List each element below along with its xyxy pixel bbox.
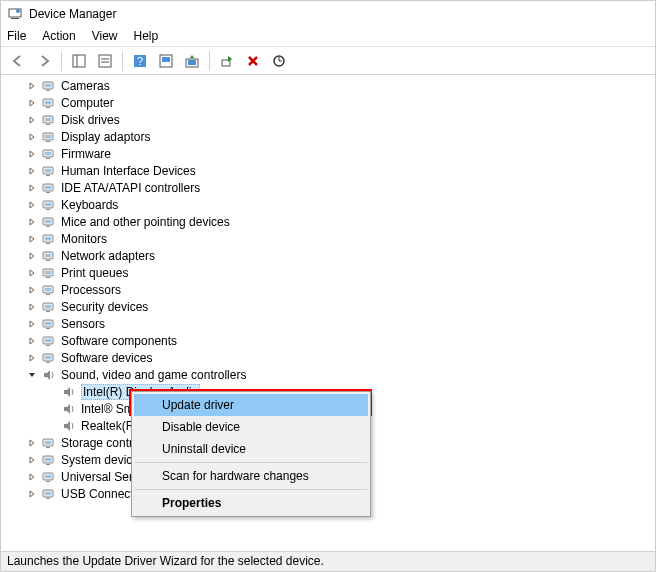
tree-node[interactable]: Sound, video and game controllers [1, 366, 655, 383]
expand-arrow-icon[interactable] [25, 96, 39, 110]
svg-rect-57 [46, 311, 50, 312]
expand-arrow-icon[interactable] [25, 300, 39, 314]
svg-rect-17 [45, 84, 51, 87]
toolbar-enable[interactable] [216, 50, 238, 72]
collapse-arrow-icon[interactable] [25, 368, 39, 382]
menu-help[interactable]: Help [134, 29, 159, 44]
toolbar: ? [1, 47, 655, 75]
expand-arrow-icon[interactable] [25, 79, 39, 93]
statusbar: Launches the Update Driver Wizard for th… [1, 551, 655, 571]
tree-node[interactable]: Cameras [1, 77, 655, 94]
expand-arrow-icon[interactable] [25, 266, 39, 280]
tree-node-label: Computer [61, 96, 114, 110]
software-icon [41, 350, 57, 366]
tree-node[interactable]: Processors [1, 281, 655, 298]
mouse-icon [41, 214, 57, 230]
svg-rect-5 [99, 55, 111, 67]
expand-arrow-icon[interactable] [25, 487, 39, 501]
svg-rect-62 [45, 339, 51, 342]
tree-node[interactable]: Disk drives [1, 111, 655, 128]
tree-node[interactable]: Mice and other pointing devices [1, 213, 655, 230]
toolbar-show-hide-tree[interactable] [68, 50, 90, 72]
security-icon [41, 299, 57, 315]
toolbar-scan-hardware[interactable] [268, 50, 290, 72]
menu-file[interactable]: File [7, 29, 26, 44]
toolbar-back[interactable] [7, 50, 29, 72]
svg-rect-13 [188, 60, 196, 65]
toolbar-help[interactable]: ? [129, 50, 151, 72]
toolbar-separator [209, 51, 210, 71]
tree-node[interactable]: Computer [1, 94, 655, 111]
context-scan-hardware[interactable]: Scan for hardware changes [134, 465, 368, 487]
svg-rect-35 [45, 186, 51, 189]
context-disable-device[interactable]: Disable device [134, 416, 368, 438]
expand-arrow-icon[interactable] [25, 232, 39, 246]
svg-rect-21 [46, 107, 50, 108]
menu-action[interactable]: Action [42, 29, 75, 44]
svg-rect-48 [46, 260, 50, 261]
context-update-driver[interactable]: Update driver [134, 394, 368, 416]
svg-rect-59 [45, 322, 51, 325]
svg-rect-20 [45, 101, 51, 104]
svg-rect-51 [46, 277, 50, 278]
tree-node[interactable]: Print queues [1, 264, 655, 281]
keyboard-icon [41, 197, 57, 213]
tree-node[interactable]: Software components [1, 332, 655, 349]
expand-arrow-icon[interactable] [25, 334, 39, 348]
svg-rect-66 [46, 362, 50, 363]
svg-rect-27 [46, 141, 50, 142]
device-tree[interactable]: CamerasComputerDisk drivesDisplay adapto… [1, 75, 655, 551]
expand-arrow-icon[interactable] [25, 113, 39, 127]
tree-node-label: Display adaptors [61, 130, 150, 144]
svg-rect-54 [46, 294, 50, 295]
expand-arrow-icon[interactable] [25, 198, 39, 212]
storage-icon [41, 435, 57, 451]
tree-node-label: Monitors [61, 232, 107, 246]
usb-icon [41, 486, 57, 502]
expand-arrow-icon[interactable] [25, 249, 39, 263]
expand-arrow-icon[interactable] [25, 470, 39, 484]
toolbar-update-driver[interactable] [181, 50, 203, 72]
expand-arrow-icon[interactable] [25, 436, 39, 450]
svg-rect-29 [45, 152, 51, 155]
expand-arrow-icon[interactable] [25, 164, 39, 178]
toolbar-scan[interactable] [155, 50, 177, 72]
expand-arrow-icon[interactable] [25, 283, 39, 297]
tree-node[interactable]: Keyboards [1, 196, 655, 213]
tree-node-label: Network adapters [61, 249, 155, 263]
expand-arrow-icon[interactable] [25, 215, 39, 229]
toolbar-properties[interactable] [94, 50, 116, 72]
svg-rect-30 [46, 158, 50, 159]
tree-node-label: Print queues [61, 266, 128, 280]
tree-node[interactable]: Display adaptors [1, 128, 655, 145]
tree-node[interactable]: Monitors [1, 230, 655, 247]
context-menu: Update driver Disable device Uninstall d… [131, 391, 371, 517]
svg-rect-44 [45, 237, 51, 240]
toolbar-forward[interactable] [33, 50, 55, 72]
tree-node[interactable]: Sensors [1, 315, 655, 332]
context-uninstall-device[interactable]: Uninstall device [134, 438, 368, 460]
ide-icon [41, 180, 57, 196]
expand-arrow-icon[interactable] [25, 317, 39, 331]
camera-icon [41, 78, 57, 94]
tree-node-label: Human Interface Devices [61, 164, 196, 178]
cpu-icon [41, 282, 57, 298]
context-properties[interactable]: Properties [134, 492, 368, 514]
menu-view[interactable]: View [92, 29, 118, 44]
tree-node[interactable]: Security devices [1, 298, 655, 315]
svg-rect-32 [45, 169, 51, 172]
expand-arrow-icon[interactable] [25, 351, 39, 365]
tree-node[interactable]: Network adapters [1, 247, 655, 264]
expand-arrow-icon[interactable] [25, 147, 39, 161]
toolbar-uninstall[interactable] [242, 50, 264, 72]
tree-node[interactable]: Human Interface Devices [1, 162, 655, 179]
expand-arrow-icon[interactable] [25, 181, 39, 195]
expand-arrow-icon[interactable] [25, 453, 39, 467]
svg-rect-41 [45, 220, 51, 223]
svg-rect-47 [45, 254, 51, 257]
tree-node[interactable]: Software devices [1, 349, 655, 366]
tree-node-label: Universal Seri [61, 470, 136, 484]
tree-node[interactable]: IDE ATA/ATAPI controllers [1, 179, 655, 196]
expand-arrow-icon[interactable] [25, 130, 39, 144]
tree-node[interactable]: Firmware [1, 145, 655, 162]
